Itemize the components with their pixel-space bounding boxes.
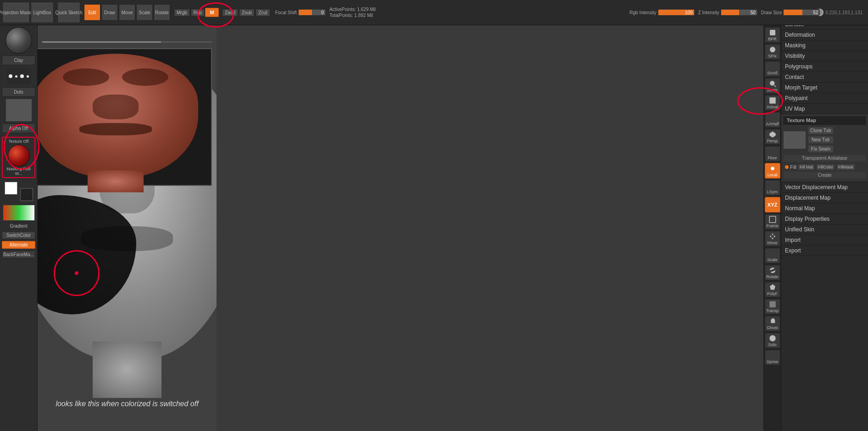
alpha-preview[interactable] <box>6 99 32 122</box>
xpose-button[interactable]: Xpose <box>765 350 780 365</box>
local-button[interactable]: Local <box>765 163 780 179</box>
mrgb-button[interactable]: Mrgb <box>174 9 190 17</box>
fillcolor-button[interactable]: FillColor <box>816 164 835 170</box>
actual-button[interactable]: Actual <box>765 95 780 111</box>
panel-item-display-properties[interactable]: Display Properties <box>781 214 868 224</box>
fix-seam-button[interactable]: Fix Seam <box>808 145 834 153</box>
caption: looks like this when colorized is switch… <box>38 400 217 408</box>
xyz-button[interactable]: XYZ <box>765 197 780 213</box>
svg-point-2 <box>770 81 775 86</box>
frame-button[interactable]: Frame <box>765 214 780 229</box>
draw-size-slider[interactable]: 52 <box>783 9 820 16</box>
panel-item-normal-map[interactable]: Normal Map <box>781 203 868 214</box>
solo-button[interactable]: Solo <box>765 333 780 348</box>
transp-button[interactable]: Transp <box>765 299 780 314</box>
draw-size-container: Draw Size 52 <box>761 9 824 16</box>
scroll-button[interactable]: Scroll <box>765 61 780 77</box>
texture-map-header[interactable]: Texture Map <box>783 116 866 125</box>
z-intensity-container: Z Intensity 50 <box>698 9 757 16</box>
scale-button[interactable]: Scale <box>136 4 153 21</box>
bpr-button[interactable]: BPR <box>765 27 780 43</box>
alternate-button[interactable]: Alternate <box>2 241 35 249</box>
fill-mat-button[interactable]: Fill Mat <box>798 164 815 170</box>
material-preview[interactable] <box>6 27 32 54</box>
svg-line-3 <box>774 85 776 87</box>
panel-item-polygroups[interactable]: Polygroups <box>781 62 868 72</box>
z-intensity-value: 50 <box>751 10 756 16</box>
spix-button[interactable]: SPix <box>765 44 780 60</box>
foreground-color[interactable] <box>5 182 17 195</box>
color-gradient-picker[interactable] <box>3 205 35 221</box>
rotate-button[interactable]: Rotate <box>154 4 170 21</box>
mrgb-section: Mrgb Rgb M <box>173 8 219 17</box>
focal-shift-value: 0 <box>321 10 324 16</box>
persp-button[interactable]: Persp <box>765 129 780 145</box>
panel-item-morph-target[interactable]: Morph Target <box>781 83 868 93</box>
quick-sketch-button[interactable]: Quick Sketch <box>57 2 80 23</box>
texture-thumbnail[interactable] <box>783 131 806 149</box>
rotate-icon-button[interactable]: Rotate <box>765 265 780 280</box>
masking-label: Masking Red W... <box>4 167 33 176</box>
material-label: Clay <box>2 56 35 65</box>
ghost-button[interactable]: Ghost <box>765 316 780 331</box>
fill-dot <box>785 165 789 169</box>
color-swatches <box>2 180 35 203</box>
quick-sketch-section: Quick Sketch <box>57 1 81 23</box>
zcut-button[interactable]: Zcut <box>256 9 270 17</box>
ref-eye-left <box>63 68 109 86</box>
move-icon-button[interactable]: Move <box>765 231 780 246</box>
floor-button[interactable]: Floor <box>765 146 780 162</box>
rgb-button[interactable]: Rgb <box>191 9 205 17</box>
aahalf-button[interactable]: AAHalf <box>765 112 780 128</box>
z-intensity-label: Z Intensity <box>698 10 719 15</box>
panel-item-vector-displacement[interactable]: Vector Displacement Map <box>781 182 868 193</box>
panel-item-visibility[interactable]: Visibility <box>781 51 868 62</box>
main-canvas[interactable]: looks like this when colorized is switch… <box>38 25 217 431</box>
dot-4 <box>27 75 29 78</box>
scale-icon-button[interactable]: Scale <box>765 248 780 263</box>
create-button[interactable]: Create <box>783 171 866 179</box>
panel-item-polypaint[interactable]: Polypaint <box>781 93 868 104</box>
panel-item-masking[interactable]: Masking <box>781 40 868 51</box>
lightbox-button[interactable]: LightBox <box>31 2 54 23</box>
ref-nose <box>93 95 139 119</box>
panel-item-deformation[interactable]: Deformation <box>781 30 868 40</box>
panel-item-uv-map[interactable]: UV Map <box>781 104 868 114</box>
polyf-button[interactable]: PolyF <box>765 282 780 297</box>
lsym-button[interactable]: LSym <box>765 180 780 196</box>
dot-1 <box>9 74 12 78</box>
dot-2 <box>15 75 17 78</box>
m-indicator[interactable]: M <box>205 8 219 17</box>
panel-item-export[interactable]: Export <box>781 246 868 256</box>
clone-txtr-button[interactable]: Clone Txtr <box>808 127 834 134</box>
rgb-intensity-container: Rgb Intensity 100 <box>629 9 694 16</box>
projection-master-section: Projection Master LightBox <box>2 1 54 23</box>
panel-item-import[interactable]: Import <box>781 235 868 246</box>
rgb-intensity-slider[interactable]: 100 <box>658 9 695 16</box>
new-txtr-button[interactable]: New Txtr <box>808 136 834 144</box>
svg-point-1 <box>770 47 775 52</box>
brush-label: Dots <box>2 87 35 97</box>
panel-item-displacement-map[interactable]: Displacement Map <box>781 193 868 203</box>
transparent-antialiase-button[interactable]: Transparent Antialiase <box>783 154 866 162</box>
zoom-button[interactable]: Zoom <box>765 78 780 94</box>
edit-button[interactable]: Edit <box>84 4 100 21</box>
brush-preview[interactable] <box>6 67 32 85</box>
move-button[interactable]: Move <box>119 4 135 21</box>
background-color[interactable] <box>20 188 33 201</box>
texture-buttons: Clone Txtr New Txtr Fix Seam <box>808 127 834 153</box>
draw-button[interactable]: Draw <box>101 4 118 21</box>
zadd-button[interactable]: Zadd <box>222 9 238 17</box>
zsub-button[interactable]: Zsub <box>239 9 255 17</box>
rgb-intensity-label: Rgb Intensity <box>629 10 656 15</box>
fillmask-button[interactable]: FillMask <box>836 164 855 170</box>
fill-label: Fill <box>790 164 796 170</box>
backface-button[interactable]: BackFaceMa... <box>2 251 35 258</box>
projection-master-button[interactable]: Projection Master <box>2 2 30 23</box>
panel-item-unified-skin[interactable]: Unified Skin <box>781 224 868 235</box>
color-ball[interactable] <box>8 145 30 167</box>
focal-shift-slider[interactable]: 0 <box>298 9 326 16</box>
z-intensity-slider[interactable]: 50 <box>721 9 757 16</box>
panel-item-contact[interactable]: Contact <box>781 72 868 83</box>
switch-color-button[interactable]: SwitchColor <box>2 231 35 239</box>
